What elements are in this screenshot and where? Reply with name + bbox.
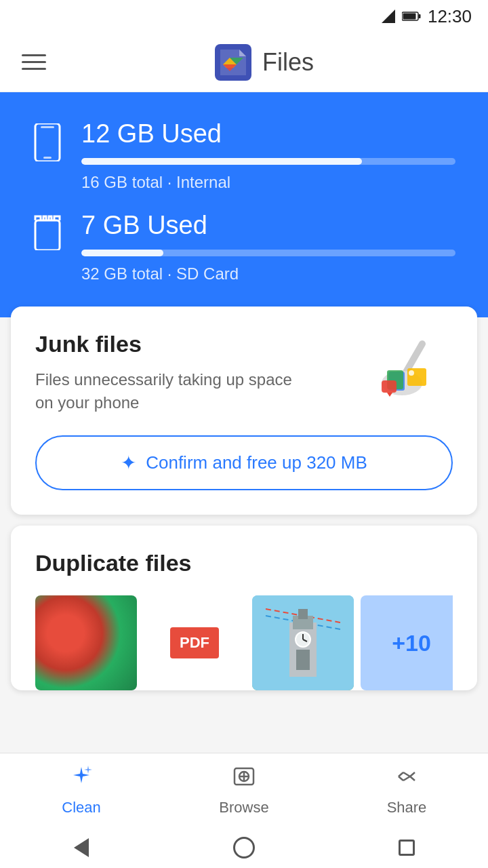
svg-rect-3 (418, 14, 420, 18)
clean-label: Clean (62, 799, 100, 816)
nav-item-share[interactable]: Share (325, 753, 488, 827)
hamburger-line (22, 68, 46, 70)
app-logo (215, 44, 251, 81)
sdcard-storage-total: 32 GB total · SD Card (81, 264, 455, 283)
svg-marker-18 (387, 393, 392, 397)
junk-files-card: Junk files Files unnecessarily taking up… (11, 307, 477, 515)
more-count: +10 (361, 595, 453, 690)
junk-files-text: Junk files Files unnecessarily taking up… (35, 331, 293, 414)
tower-svg (252, 595, 354, 690)
status-bar: 12:30 (0, 0, 488, 33)
clean-icon (69, 764, 94, 795)
svg-rect-2 (403, 14, 415, 20)
svg-rect-25 (296, 650, 310, 670)
sdcard-storage-fill (81, 250, 163, 256)
back-icon (74, 838, 89, 857)
duplicate-image-1[interactable] (35, 595, 137, 690)
svg-rect-7 (35, 123, 60, 161)
nav-item-clean[interactable]: Clean (0, 753, 163, 827)
confirm-free-up-button[interactable]: ✦ Confirm and free up 320 MB (35, 435, 453, 490)
svg-rect-9 (43, 157, 52, 159)
internal-storage-total: 16 GB total · Internal (81, 173, 455, 192)
duplicate-image-2[interactable]: PDF (144, 595, 245, 690)
duplicate-files-card: Duplicate files PDF (11, 526, 477, 690)
app-title: Files (262, 48, 314, 77)
junk-files-header: Junk files Files unnecessarily taking up… (35, 331, 453, 414)
battery-icon (402, 12, 421, 21)
menu-button[interactable] (22, 54, 46, 70)
internal-storage-bar (81, 158, 455, 165)
hamburger-line (22, 54, 46, 56)
pdf-thumbnail: PDF (144, 595, 245, 690)
confirm-button-text: Confirm and free up 320 MB (146, 452, 367, 473)
recents-icon (399, 840, 415, 856)
svg-marker-0 (382, 9, 395, 23)
tower-thumbnail (252, 595, 354, 690)
internal-storage-used: 12 GB Used (81, 119, 455, 149)
junk-files-icon-area (365, 331, 453, 412)
app-logo-area: Files (62, 44, 466, 81)
share-icon (394, 764, 419, 795)
share-label: Share (387, 799, 427, 816)
pdf-badge: PDF (170, 627, 219, 658)
home-button[interactable] (227, 831, 261, 865)
duplicate-images-row: PDF (35, 595, 453, 690)
phone-icon (33, 123, 62, 164)
home-icon (233, 837, 255, 859)
system-nav (0, 827, 488, 868)
internal-storage-item: 12 GB Used 16 GB total · Internal (33, 119, 455, 192)
sdcard-storage-bar (81, 250, 455, 256)
svg-line-34 (403, 772, 410, 776)
browse-label: Browse (219, 799, 268, 816)
browse-icon (232, 764, 256, 795)
junk-files-title: Junk files (35, 331, 293, 357)
duplicate-image-3[interactable] (252, 595, 354, 690)
hamburger-line (22, 61, 46, 63)
svg-line-35 (403, 776, 410, 781)
junk-files-description: Files unnecessarily taking up space on y… (35, 368, 293, 414)
duplicate-files-title: Duplicate files (35, 550, 453, 576)
sdcard-icon (33, 215, 62, 253)
svg-rect-17 (382, 380, 396, 393)
svg-point-16 (409, 370, 414, 376)
internal-storage-info: 12 GB Used 16 GB total · Internal (81, 119, 455, 192)
status-time: 12:30 (428, 6, 472, 27)
svg-rect-10 (35, 220, 60, 250)
app-bar: Files (0, 33, 488, 92)
svg-rect-24 (298, 609, 308, 619)
signal-icon (382, 9, 395, 23)
cards-container: Junk files Files unnecessarily taking up… (0, 307, 488, 690)
broom-icon (368, 334, 449, 409)
bottom-nav: Clean Browse Share (0, 753, 488, 827)
sparkle-icon: ✦ (121, 452, 136, 474)
status-icons: 12:30 (382, 6, 472, 27)
duplicate-image-more[interactable]: +10 (361, 595, 453, 690)
storage-section: 12 GB Used 16 GB total · Internal 7 GB U… (0, 92, 488, 317)
nav-item-browse[interactable]: Browse (163, 753, 325, 827)
sdcard-storage-info: 7 GB Used 32 GB total · SD Card (81, 211, 455, 283)
fruit-thumbnail (35, 595, 137, 690)
sdcard-storage-used: 7 GB Used (81, 211, 455, 240)
internal-storage-fill (81, 158, 362, 165)
sdcard-storage-item: 7 GB Used 32 GB total · SD Card (33, 211, 455, 283)
svg-rect-8 (41, 126, 54, 128)
back-button[interactable] (64, 831, 98, 865)
recents-button[interactable] (390, 831, 424, 865)
